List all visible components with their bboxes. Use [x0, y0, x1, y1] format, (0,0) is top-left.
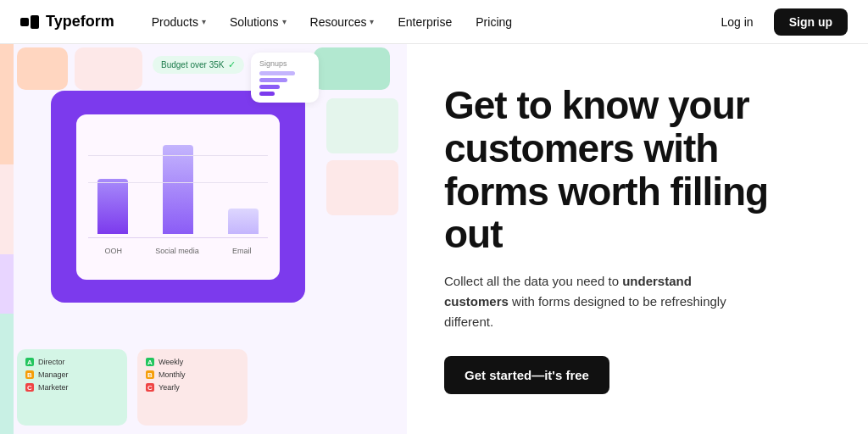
bar-group-email: [218, 209, 268, 234]
nav-label-pricing: Pricing: [476, 15, 512, 29]
bmc-label-director: Director: [38, 358, 65, 366]
nav-item-products[interactable]: Products ▾: [142, 10, 216, 34]
signups-bar-1: [259, 71, 295, 75]
chevron-down-icon: ▾: [202, 17, 206, 26]
hero-title: Get to know your customers with forms wo…: [444, 84, 827, 255]
signups-bar-3: [259, 85, 280, 89]
hero-visual: Budget over 35K ✓ Signups: [0, 44, 407, 434]
hero-text: Get to know your customers with forms wo…: [407, 44, 868, 434]
nav-label-resources: Resources: [310, 15, 367, 29]
bg-card-green-top: [314, 47, 390, 90]
bottom-card-left: A Director B Manager C Marketer: [17, 349, 127, 426]
right-mini-cards: [326, 98, 398, 215]
nav-label-enterprise: Enterprise: [398, 15, 452, 29]
bmc-row-1: A Director: [25, 358, 119, 366]
budget-text: Budget over 35K: [161, 60, 225, 70]
bar-group-social: [153, 145, 203, 234]
rmc-1: [326, 98, 398, 153]
nav-item-solutions[interactable]: Solutions ▾: [220, 10, 297, 34]
nav-item-pricing[interactable]: Pricing: [465, 10, 522, 34]
dot-b-1: B: [25, 370, 34, 379]
nav-links: Products ▾ Solutions ▾ Resources ▾ Enter…: [142, 10, 708, 34]
login-button[interactable]: Log in: [708, 9, 767, 35]
signups-bar-2: [259, 78, 287, 82]
logo[interactable]: Typeform: [20, 13, 114, 31]
bmc-row-4: A Weekly: [146, 358, 239, 366]
bmc-label-marketer: Marketer: [38, 383, 69, 392]
bar-label-ooh: OOH: [105, 247, 123, 255]
bg-card-pink: [75, 47, 142, 90]
bg-card-peach: [17, 47, 68, 90]
nav-label-products: Products: [152, 15, 198, 29]
signups-bars: [259, 71, 310, 96]
dot-b-2: B: [146, 370, 154, 379]
signups-card: Signups: [251, 53, 319, 103]
subtitle-plain: Collect all the data you need to: [444, 274, 622, 288]
bmc-label-yearly: Yearly: [159, 383, 180, 392]
hero-subtitle: Collect all the data you need to underst…: [444, 271, 749, 332]
dot-a-1: A: [25, 358, 34, 366]
bar-ooh: [97, 179, 128, 234]
signups-bar-4: [259, 92, 275, 96]
bar-social: [163, 145, 193, 234]
chevron-down-icon: ▾: [282, 17, 287, 26]
check-icon: ✓: [228, 59, 236, 70]
bar-label-email: Email: [232, 247, 252, 255]
navbar: Typeform Products ▾ Solutions ▾ Resource…: [0, 0, 868, 44]
brand-name: Typeform: [46, 13, 114, 31]
bmc-label-manager: Manager: [38, 370, 69, 379]
chart-labels: OOH Social media Email: [88, 243, 268, 255]
bmc-row-5: B Monthly: [146, 370, 239, 379]
bmc-row-6: C Yearly: [146, 383, 239, 392]
bmc-label-monthly: Monthly: [159, 370, 186, 379]
main-content: Budget over 35K ✓ Signups: [0, 44, 868, 434]
logo-icon: [20, 15, 39, 29]
color-strip: [0, 44, 14, 434]
bar-email: [228, 209, 259, 234]
signups-title: Signups: [259, 59, 310, 68]
cta-button[interactable]: Get started—it's free: [444, 356, 609, 394]
bar-label-social: Social media: [155, 247, 199, 255]
chevron-down-icon: ▾: [370, 17, 374, 26]
bottom-cards: A Director B Manager C Marketer A Weekly: [17, 349, 248, 426]
purple-card: OOH Social media Email: [51, 91, 305, 303]
nav-label-solutions: Solutions: [230, 15, 279, 29]
nav-item-resources[interactable]: Resources ▾: [300, 10, 385, 34]
nav-actions: Log in Sign up: [708, 8, 848, 36]
dot-c-1: C: [25, 383, 34, 392]
dot-a-2: A: [146, 358, 154, 366]
budget-tag: Budget over 35K ✓: [153, 56, 244, 74]
rmc-2: [326, 160, 398, 215]
bmc-row-2: B Manager: [25, 370, 119, 379]
bottom-card-right: A Weekly B Monthly C Yearly: [137, 349, 248, 426]
bmc-row-3: C Marketer: [25, 383, 119, 392]
chart-card: OOH Social media Email: [76, 114, 280, 280]
bmc-label-weekly: Weekly: [159, 358, 183, 366]
chart-bars: [88, 128, 268, 238]
dot-c-2: C: [146, 383, 154, 392]
nav-item-enterprise[interactable]: Enterprise: [387, 10, 462, 34]
bar-group-ooh: [88, 179, 138, 234]
signup-button[interactable]: Sign up: [774, 8, 848, 36]
